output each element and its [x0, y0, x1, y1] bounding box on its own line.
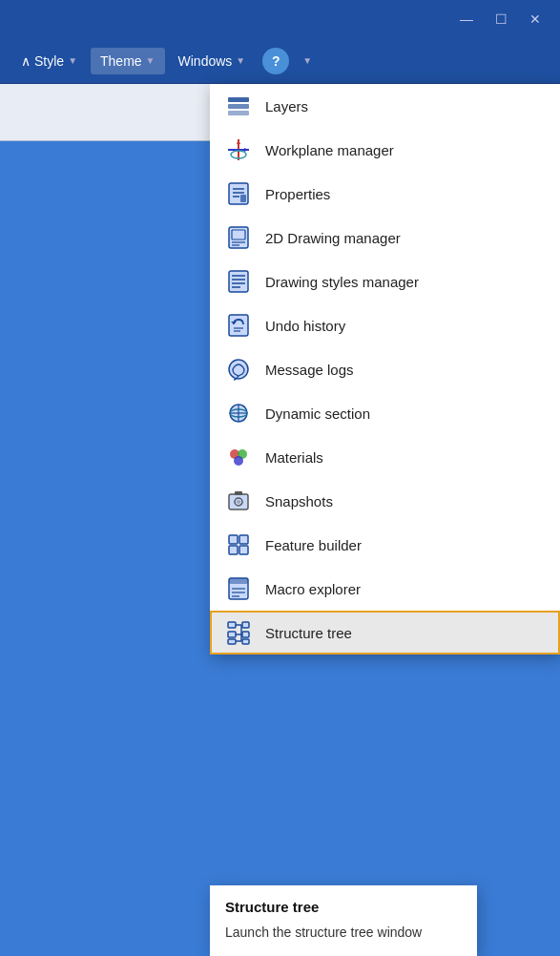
- properties-icon: [225, 180, 252, 207]
- menu-item-drawingstyles[interactable]: Drawing styles manager: [210, 260, 560, 303]
- sidebar-main: [0, 141, 210, 956]
- svg-rect-55: [242, 632, 249, 637]
- title-bar: — ☐ ✕: [0, 0, 560, 38]
- maximize-button[interactable]: ☐: [484, 4, 518, 34]
- materials-icon: [225, 444, 252, 470]
- dynamic-label: Dynamic section: [265, 405, 370, 422]
- theme-arrow: ▼: [146, 55, 156, 66]
- menu-item-drawing2d[interactable]: 2D Drawing manager: [210, 216, 560, 260]
- menu-item-message[interactable]: Message logs: [210, 347, 560, 391]
- minimize-button[interactable]: —: [449, 4, 484, 34]
- svg-rect-12: [240, 195, 246, 202]
- svg-rect-39: [239, 535, 248, 544]
- content-area: Layers Workplane manager: [0, 84, 560, 956]
- svg-rect-0: [228, 97, 249, 102]
- macro-icon: [225, 575, 252, 602]
- close-button[interactable]: ✕: [518, 4, 552, 34]
- windows-arrow: ▼: [236, 55, 245, 66]
- svg-rect-38: [229, 535, 238, 544]
- menu-item-workplane[interactable]: Workplane manager: [210, 128, 560, 172]
- svg-rect-47: [228, 622, 236, 628]
- drawing2d-label: 2D Drawing manager: [265, 230, 401, 246]
- svg-rect-41: [239, 546, 248, 554]
- message-label: Message logs: [265, 362, 354, 378]
- menu-item-macro[interactable]: Macro explorer: [210, 567, 560, 611]
- svg-rect-56: [242, 639, 249, 644]
- dynamic-icon: [225, 400, 252, 426]
- menu-item-properties[interactable]: Properties: [210, 172, 560, 216]
- menu-item-snapshots[interactable]: Snapshots: [210, 479, 560, 523]
- workplane-label: Workplane manager: [265, 142, 394, 158]
- menu-windows[interactable]: Windows ▼: [169, 48, 256, 74]
- menu-item-materials[interactable]: Materials: [210, 435, 560, 479]
- svg-rect-49: [228, 639, 236, 644]
- help-button[interactable]: ?: [262, 48, 289, 74]
- structure-icon: [225, 619, 252, 646]
- style-up-arrow: ∧: [21, 53, 31, 69]
- snapshots-icon: [225, 488, 252, 514]
- menu-item-undo[interactable]: Undo history: [210, 303, 560, 347]
- sidebar-top: [0, 84, 210, 141]
- windows-dropdown: Layers Workplane manager: [210, 84, 560, 655]
- svg-rect-1: [228, 104, 249, 109]
- workplane-icon: [225, 136, 252, 163]
- svg-rect-22: [229, 315, 248, 336]
- menu-item-feature[interactable]: Feature builder: [210, 523, 560, 567]
- menu-bar: ∧ Style ▼ Theme ▼ Windows ▼ ? ▼: [0, 38, 560, 84]
- tooltip-box: Structure tree Launch the structure tree…: [210, 885, 477, 956]
- svg-marker-5: [237, 139, 240, 144]
- menu-item-structure[interactable]: Structure tree: [210, 611, 560, 655]
- svg-point-37: [237, 500, 240, 504]
- tooltip-title: Structure tree: [225, 899, 462, 915]
- macro-label: Macro explorer: [265, 581, 361, 597]
- menu-extra-arrow[interactable]: ▼: [293, 50, 321, 72]
- menu-item-layers[interactable]: Layers: [210, 84, 560, 128]
- svg-rect-2: [228, 111, 249, 115]
- svg-rect-54: [242, 622, 249, 628]
- structure-label: Structure tree: [265, 625, 352, 641]
- svg-rect-48: [228, 632, 236, 637]
- drawingstyles-label: Drawing styles manager: [265, 274, 419, 290]
- svg-rect-36: [235, 491, 242, 495]
- feature-icon: [225, 531, 252, 558]
- tooltip-text: Launch the structure tree window: [225, 923, 462, 943]
- svg-rect-17: [229, 271, 248, 292]
- snapshots-label: Snapshots: [265, 493, 333, 509]
- layers-icon: [225, 93, 252, 119]
- menu-theme[interactable]: Theme ▼: [91, 48, 164, 74]
- menu-style[interactable]: ∧ Style ▼: [11, 48, 87, 74]
- feature-label: Feature builder: [265, 537, 362, 553]
- layers-label: Layers: [265, 98, 308, 114]
- style-arrow: ▼: [68, 55, 77, 66]
- svg-marker-6: [244, 148, 249, 152]
- drawing2d-icon: [225, 224, 252, 251]
- svg-rect-40: [229, 546, 238, 554]
- svg-point-33: [234, 456, 243, 466]
- left-sidebar: [0, 84, 210, 956]
- menu-item-dynamic[interactable]: Dynamic section: [210, 391, 560, 435]
- properties-label: Properties: [265, 186, 330, 202]
- message-icon: [225, 356, 252, 383]
- drawingstyles-icon: [225, 268, 252, 295]
- materials-label: Materials: [265, 449, 323, 466]
- undo-label: Undo history: [265, 318, 345, 334]
- svg-rect-43: [229, 578, 248, 584]
- undo-icon: [225, 312, 252, 339]
